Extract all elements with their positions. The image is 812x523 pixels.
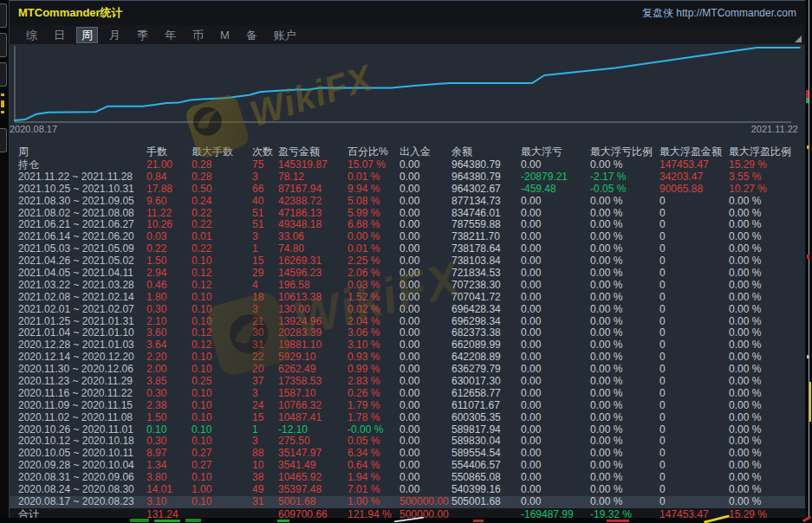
table-row[interactable]: 2020.09.28 ~ 2020.10.041.340.27103541.49… xyxy=(10,460,805,472)
table-row[interactable]: 2020.11.02 ~ 2020.11.081.500.101510487.4… xyxy=(10,412,805,424)
cell-lots: 3.85 xyxy=(146,376,192,388)
table-row[interactable]: 2021.04.26 ~ 2021.05.021.500.101516269.3… xyxy=(10,255,805,268)
table-row[interactable]: 2020.11.16 ~ 2020.11.220.300.1031587.100… xyxy=(10,388,805,400)
table-row[interactable]: 2021.04.05 ~ 2021.04.112.940.122914596.2… xyxy=(10,268,805,280)
cell-count: 4 xyxy=(252,280,278,292)
menu-item-ri[interactable]: 日 xyxy=(49,28,69,42)
header-max-float-loss-pct[interactable]: 最大浮亏比例 xyxy=(590,145,659,159)
table-row[interactable]: 2020.10.26 ~ 2020.11.010.100.101-12.10-0… xyxy=(10,424,805,436)
cell-balance: 707238.30 xyxy=(451,280,521,292)
cell-max-float-loss: 0.00 xyxy=(521,304,590,316)
table-row[interactable]: 2021.11.22 ~ 2021.11.280.840.28378.120.0… xyxy=(10,171,805,184)
cell-balance: 612658.77 xyxy=(451,388,521,400)
table-row[interactable]: 2021.08.02 ~ 2021.08.0811.220.225147186.… xyxy=(10,208,805,220)
equity-curve-svg xyxy=(10,44,804,124)
cell-max-float-loss-pct: 0.00 % xyxy=(590,316,659,328)
cell-period: 2020.11.02 ~ 2020.11.08 xyxy=(10,412,146,424)
cell-pnl: 33.06 xyxy=(278,231,348,243)
cell-max-float-loss: 0.00 xyxy=(521,400,590,412)
menu-item-zong[interactable]: 综 xyxy=(22,28,42,42)
cell-lots: 3.60 xyxy=(146,327,192,339)
table-row[interactable]: 2020.12.14 ~ 2020.12.202.200.10225929.10… xyxy=(10,352,805,364)
cell-max-float-loss: 0.00 xyxy=(521,364,590,376)
menu-item-m[interactable]: M xyxy=(216,28,234,42)
header-max-float-loss[interactable]: 最大浮亏 xyxy=(521,145,590,159)
cell-count: 10 xyxy=(252,460,278,472)
table-row[interactable]: 2020.11.30 ~ 2020.12.062.000.10206262.49… xyxy=(10,364,805,376)
cell-deposit: 0.00 xyxy=(400,412,451,424)
cell-count: 1 xyxy=(252,243,278,255)
table-row[interactable]: 2021.06.14 ~ 2021.06.200.030.01333.060.0… xyxy=(10,231,805,243)
table-row[interactable]: 2021.03.22 ~ 2021.03.280.460.124196.580.… xyxy=(10,280,805,292)
table-row[interactable]: 2020.12.28 ~ 2021.01.033.640.123119881.1… xyxy=(10,339,805,352)
header-count[interactable]: 次数 xyxy=(252,145,278,159)
cell-pnl: 74.80 xyxy=(278,243,348,255)
table-row[interactable]: 2021.02.01 ~ 2021.02.070.300.103130.000.… xyxy=(10,304,805,316)
header-deposit[interactable]: 出入金 xyxy=(400,145,451,159)
header-period[interactable]: 周 xyxy=(10,145,146,159)
table-row[interactable]: 2020.11.09 ~ 2020.11.152.380.102410766.3… xyxy=(10,400,805,412)
menu-item-nian[interactable]: 年 xyxy=(160,28,180,42)
table-row[interactable]: 2020.11.23 ~ 2020.11.293.850.253717358.5… xyxy=(10,376,805,388)
cell-pct: 2.25 % xyxy=(348,255,400,268)
table-row[interactable]: 2021.05.03 ~ 2021.05.090.220.22174.800.0… xyxy=(10,243,805,255)
table-row[interactable]: 2020.08.31 ~ 2020.09.063.800.103810465.9… xyxy=(10,472,805,484)
cell-max-float-profit: 0 xyxy=(659,448,729,460)
cell-period: 2021.10.25 ~ 2021.10.31 xyxy=(10,184,146,196)
cell-max-float-loss: 0.00 xyxy=(521,496,590,508)
cell-max-lots: 0.10 xyxy=(192,255,252,268)
header-lots[interactable]: 手数 xyxy=(146,145,192,159)
cell-pct: 0.05 % xyxy=(348,436,400,448)
cell-max-lots: 0.10 xyxy=(192,388,252,400)
table-row[interactable]: 2021.01.25 ~ 2021.01.312.100.102113924.9… xyxy=(10,316,805,328)
table-row[interactable]: 2021.08.30 ~ 2021.09.059.600.244042388.7… xyxy=(10,196,805,208)
header-max-float-profit-pct[interactable]: 最大浮盈比例 xyxy=(729,145,805,159)
x-axis-end-label: 2021.11.22 xyxy=(751,124,798,134)
cell-max-float-profit: 0 xyxy=(659,208,729,220)
header-pnl[interactable]: 盈亏金额 xyxy=(278,145,348,159)
cell-pct: 3.06 % xyxy=(348,327,400,339)
cell-max-float-profit-pct: 3.55 % xyxy=(729,171,805,184)
cell-max-float-loss-pct: 0.00 % xyxy=(590,364,659,376)
menu-item-bi[interactable]: 币 xyxy=(188,28,208,42)
brand-link[interactable]: 复盘侠 http://MTCommander.com xyxy=(642,6,796,21)
cell-period: 2020.11.23 ~ 2020.11.29 xyxy=(10,376,146,388)
cell-max-float-profit-pct: 0.00 % xyxy=(729,304,805,316)
menu-item-zhanghu[interactable]: 账户 xyxy=(270,28,301,42)
cell-max-float-loss-pct: 0.00 % xyxy=(590,448,659,460)
cell-max-float-loss: 0.00 xyxy=(521,196,590,208)
cell-max-float-profit: 0 xyxy=(659,484,729,496)
cell-max-lots: 0.10 xyxy=(192,424,252,436)
table-row[interactable]: 2021.01.04 ~ 2021.01.103.600.123020283.3… xyxy=(10,327,805,339)
table-row[interactable]: 2021.06.21 ~ 2021.06.2710.260.225149348.… xyxy=(10,219,805,231)
header-balance[interactable]: 余额 xyxy=(451,145,521,159)
table-row[interactable]: 2020.08.24 ~ 2020.08.3014.011.004935397.… xyxy=(10,484,805,496)
cell-deposit: 0.00 xyxy=(400,268,451,280)
table-row[interactable]: 2020.10.05 ~ 2020.10.118.970.278835147.9… xyxy=(10,448,805,460)
header-max-lots[interactable]: 最大手数 xyxy=(192,145,252,159)
cell-period: 2021.04.26 ~ 2021.05.02 xyxy=(10,255,146,268)
cell-max-float-profit-pct: 15.29 % xyxy=(729,159,805,171)
menu-item-zhou[interactable]: 周 xyxy=(77,28,97,42)
cell-max-float-loss: 0.00 xyxy=(521,472,590,484)
cell-period: 2021.08.02 ~ 2021.08.08 xyxy=(10,208,146,220)
header-pct[interactable]: 百分比% xyxy=(348,145,400,159)
table-row[interactable]: 2020.08.17 ~ 2020.08.233.100.10315001.68… xyxy=(10,496,805,508)
menu-item-yue[interactable]: 月 xyxy=(105,28,125,42)
cell-max-float-profit: 0 xyxy=(659,196,729,208)
cell-max-float-loss: 0.00 xyxy=(521,231,590,243)
menu-item-bei[interactable]: 备 xyxy=(242,28,262,42)
cell-max-float-profit-pct: 0.00 % xyxy=(729,448,805,460)
cell-deposit: 0.00 xyxy=(400,171,451,184)
table-open-position-row[interactable]: 持仓21.000.2875145319.8715.07 %0.00964380.… xyxy=(10,159,805,171)
cell-max-float-loss: 0.00 xyxy=(521,219,590,231)
cell-deposit: 500000.00 xyxy=(400,496,451,508)
menu-item-ji[interactable]: 季 xyxy=(133,28,153,42)
cell-pct: 0.26 % xyxy=(348,388,400,400)
table-row[interactable]: 2021.02.08 ~ 2021.02.141.800.101810613.3… xyxy=(10,292,805,304)
header-max-float-profit[interactable]: 最大浮盈金额 xyxy=(659,145,729,159)
table-row[interactable]: 2021.10.25 ~ 2021.10.3117.880.506687167.… xyxy=(10,184,805,196)
table-row[interactable]: 2020.10.12 ~ 2020.10.180.300.103275.500.… xyxy=(10,436,805,448)
cell-balance: 834746.01 xyxy=(451,208,521,220)
cell-deposit: 0.00 xyxy=(400,472,451,484)
